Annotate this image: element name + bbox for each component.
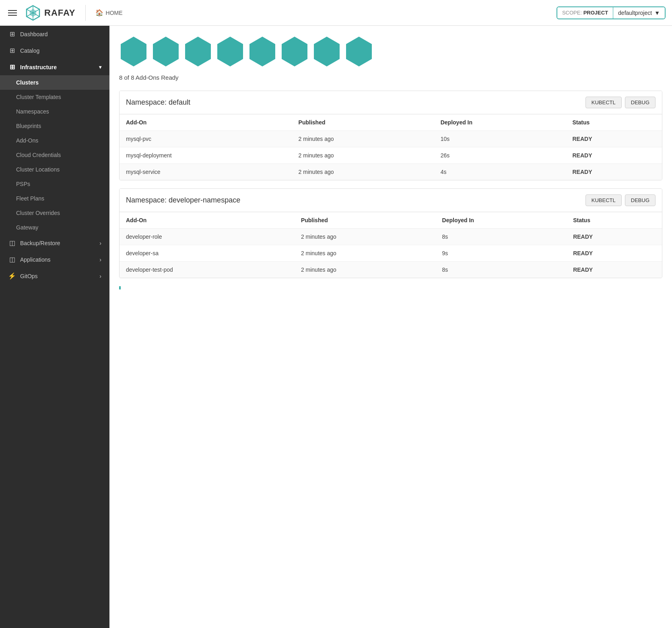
home-link[interactable]: 🏠 HOME <box>95 9 123 17</box>
chevron-right-icon: › <box>99 256 101 263</box>
cell-addon: developer-test-pod <box>120 262 295 278</box>
hexagon-5 <box>248 35 277 68</box>
table-row: developer-test-pod2 minutes ago8sREADY <box>120 262 662 278</box>
dashboard-icon: ⊞ <box>8 30 16 38</box>
table-row: mysql-pvc2 minutes ago10sREADY <box>120 131 662 147</box>
hexagon-7 <box>312 35 341 68</box>
sidebar-item-cluster-overrides[interactable]: Cluster Overrides <box>0 206 109 220</box>
hexagon-6 <box>280 35 309 68</box>
sidebar-item-infrastructure[interactable]: ⊞ Infrastructure ▾ <box>0 59 109 75</box>
table-row: developer-sa2 minutes ago9sREADY <box>120 245 662 262</box>
cell-status: READY <box>567 245 662 262</box>
catalog-icon: ⊞ <box>8 47 16 54</box>
addons-table-default: Add-On Published Deployed In Status mysq… <box>120 114 662 180</box>
sidebar: ⊞ Dashboard ⊞ Catalog ⊞ Infrastructure ▾… <box>0 26 109 628</box>
namespace-header-default: Namespace: default KUBECTL DEBUG <box>120 91 662 114</box>
chevron-down-icon: ▼ <box>654 10 660 16</box>
logo[interactable]: RAFAY <box>25 5 76 21</box>
sidebar-item-cluster-templates[interactable]: Cluster Templates <box>0 90 109 104</box>
cell-addon: mysql-service <box>120 164 292 180</box>
hamburger-menu[interactable] <box>6 8 19 17</box>
gateway-label: Gateway <box>16 224 38 231</box>
cluster-templates-label: Cluster Templates <box>16 94 61 100</box>
kubectl-button-default[interactable]: KUBECTL <box>585 97 622 108</box>
sidebar-item-gitops[interactable]: ⚡ GitOps › <box>0 268 109 284</box>
sidebar-item-dashboard[interactable]: ⊞ Dashboard <box>0 26 109 42</box>
cell-status: READY <box>567 262 662 278</box>
table-row: developer-role2 minutes ago8sREADY <box>120 229 662 245</box>
cell-deployed_in: 4s <box>434 164 566 180</box>
cell-published: 2 minutes ago <box>295 229 436 245</box>
gitops-icon: ⚡ <box>8 272 16 280</box>
cell-deployed_in: 10s <box>434 131 566 147</box>
sidebar-item-label: Catalog <box>20 48 39 54</box>
namespace-section-partial <box>119 286 662 289</box>
cell-published: 2 minutes ago <box>292 131 434 147</box>
cell-status: READY <box>567 229 662 245</box>
sidebar-item-applications[interactable]: ◫ Applications › <box>0 251 109 268</box>
hexagon-3 <box>183 35 212 68</box>
chevron-right-icon: › <box>99 273 101 279</box>
col-deployed: Deployed In <box>434 114 566 131</box>
main-content: 8 of 8 Add-Ons Ready Namespace: default … <box>109 26 672 628</box>
hexagon-4 <box>216 35 245 68</box>
cell-published: 2 minutes ago <box>292 147 434 164</box>
hexagon-2 <box>151 35 180 68</box>
hexagon-1 <box>119 35 148 68</box>
cloud-credentials-label: Cloud Credentials <box>16 152 61 158</box>
debug-button-developer[interactable]: DEBUG <box>625 194 656 206</box>
col-status: Status <box>567 212 662 229</box>
sidebar-item-backup-restore[interactable]: ◫ Backup/Restore › <box>0 235 109 251</box>
sidebar-item-psps[interactable]: PSPs <box>0 177 109 191</box>
namespace-title-default: Namespace: default <box>126 98 582 107</box>
hexagon-8 <box>344 35 373 68</box>
sidebar-item-label: Dashboard <box>20 31 48 37</box>
infrastructure-icon: ⊞ <box>8 63 16 71</box>
sidebar-item-cloud-credentials[interactable]: Cloud Credentials <box>0 148 109 162</box>
sidebar-item-label: Backup/Restore <box>20 240 60 246</box>
table-row: mysql-deployment2 minutes ago26sREADY <box>120 147 662 164</box>
namespaces-label: Namespaces <box>16 108 49 115</box>
cell-published: 2 minutes ago <box>295 262 436 278</box>
cell-published: 2 minutes ago <box>292 164 434 180</box>
sidebar-item-catalog[interactable]: ⊞ Catalog <box>0 42 109 59</box>
fleet-plans-label: Fleet Plans <box>16 195 44 202</box>
debug-button-default[interactable]: DEBUG <box>625 97 656 108</box>
home-label: HOME <box>106 10 123 16</box>
psps-label: PSPs <box>16 181 30 187</box>
cluster-locations-label: Cluster Locations <box>16 166 60 173</box>
col-published: Published <box>292 114 434 131</box>
namespace-header-developer: Namespace: developer-namespace KUBECTL D… <box>120 189 662 212</box>
cell-deployed_in: 8s <box>436 262 567 278</box>
cell-addon: mysql-pvc <box>120 131 292 147</box>
col-published: Published <box>295 212 436 229</box>
cell-status: READY <box>566 147 662 164</box>
cell-addon: developer-sa <box>120 245 295 262</box>
topnav: RAFAY 🏠 HOME SCOPE: PROJECT defaultproje… <box>0 0 672 26</box>
scope-value[interactable]: defaultproject ▼ <box>613 7 665 19</box>
cell-status: READY <box>566 131 662 147</box>
cell-deployed_in: 26s <box>434 147 566 164</box>
nav-divider <box>85 5 86 21</box>
kubectl-button-developer[interactable]: KUBECTL <box>585 194 622 206</box>
chevron-down-icon: ▾ <box>99 64 101 70</box>
table-row: mysql-service2 minutes ago4sREADY <box>120 164 662 180</box>
sidebar-item-label: Infrastructure <box>20 64 57 70</box>
col-addon: Add-On <box>120 212 295 229</box>
cell-addon: mysql-deployment <box>120 147 292 164</box>
sidebar-item-blueprints[interactable]: Blueprints <box>0 119 109 133</box>
sidebar-item-fleet-plans[interactable]: Fleet Plans <box>0 191 109 206</box>
col-deployed: Deployed In <box>436 212 567 229</box>
col-addon: Add-On <box>120 114 292 131</box>
sidebar-item-label: Applications <box>20 256 51 263</box>
sidebar-item-gateway[interactable]: Gateway <box>0 220 109 235</box>
scope-label: SCOPE: PROJECT <box>557 7 613 18</box>
sidebar-item-add-ons[interactable]: Add-Ons <box>0 133 109 148</box>
sidebar-item-clusters[interactable]: Clusters <box>0 75 109 90</box>
addons-table-developer: Add-On Published Deployed In Status deve… <box>120 212 662 278</box>
sidebar-item-namespaces[interactable]: Namespaces <box>0 104 109 119</box>
scope-selector[interactable]: SCOPE: PROJECT defaultproject ▼ <box>557 6 666 19</box>
sidebar-item-cluster-locations[interactable]: Cluster Locations <box>0 162 109 177</box>
cell-status: READY <box>566 164 662 180</box>
sidebar-item-label: GitOps <box>20 273 38 279</box>
